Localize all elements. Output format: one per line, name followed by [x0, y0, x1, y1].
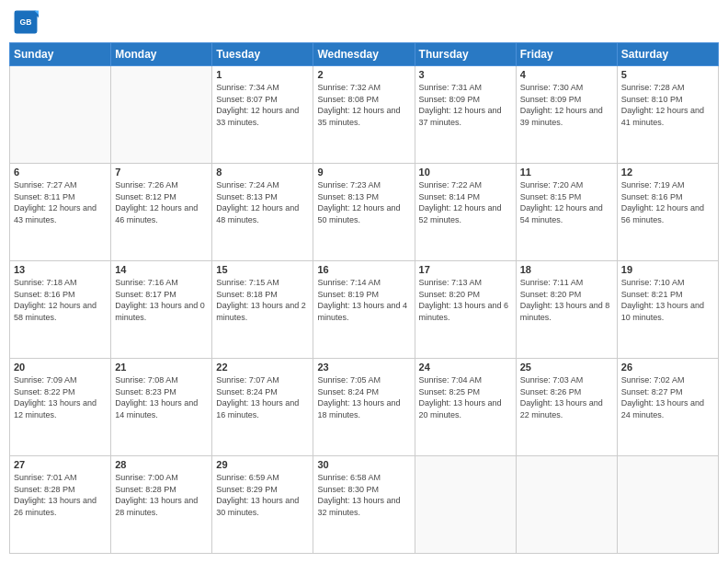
day-header-tuesday: Tuesday [212, 43, 313, 66]
day-info: Sunrise: 7:20 AMSunset: 8:15 PMDaylight:… [520, 179, 613, 225]
day-info: Sunrise: 7:18 AMSunset: 8:16 PMDaylight:… [14, 277, 107, 323]
calendar-day-15: 15Sunrise: 7:15 AMSunset: 8:18 PMDayligh… [212, 261, 313, 359]
day-number: 22 [216, 362, 309, 373]
day-info: Sunrise: 7:01 AMSunset: 8:28 PMDaylight:… [14, 472, 107, 518]
day-info: Sunrise: 7:02 AMSunset: 8:27 PMDaylight:… [621, 374, 714, 420]
header: GB [9, 9, 719, 35]
calendar-day-empty [111, 66, 212, 164]
day-info: Sunrise: 7:27 AMSunset: 8:11 PMDaylight:… [14, 179, 107, 225]
day-number: 24 [419, 362, 512, 373]
day-info: Sunrise: 7:30 AMSunset: 8:09 PMDaylight:… [520, 82, 613, 128]
day-number: 9 [317, 167, 410, 178]
calendar-week-row: 1Sunrise: 7:34 AMSunset: 8:07 PMDaylight… [10, 66, 719, 164]
day-number: 28 [115, 459, 208, 470]
calendar-day-empty [516, 456, 617, 554]
day-header-friday: Friday [516, 43, 617, 66]
day-info: Sunrise: 7:10 AMSunset: 8:21 PMDaylight:… [621, 277, 714, 323]
day-number: 26 [621, 362, 714, 373]
day-number: 19 [621, 264, 714, 275]
day-info: Sunrise: 7:19 AMSunset: 8:16 PMDaylight:… [621, 179, 714, 225]
calendar-week-row: 27Sunrise: 7:01 AMSunset: 8:28 PMDayligh… [10, 456, 719, 554]
day-number: 7 [115, 167, 208, 178]
calendar-day-1: 1Sunrise: 7:34 AMSunset: 8:07 PMDaylight… [212, 66, 313, 164]
day-number: 15 [216, 264, 309, 275]
day-number: 5 [621, 69, 714, 80]
day-info: Sunrise: 7:03 AMSunset: 8:26 PMDaylight:… [520, 374, 613, 420]
calendar-day-25: 25Sunrise: 7:03 AMSunset: 8:26 PMDayligh… [516, 359, 617, 456]
calendar-day-empty [617, 456, 718, 554]
calendar-week-row: 20Sunrise: 7:09 AMSunset: 8:22 PMDayligh… [10, 359, 719, 456]
day-number: 8 [216, 167, 309, 178]
calendar-table: SundayMondayTuesdayWednesdayThursdayFrid… [9, 42, 719, 554]
day-info: Sunrise: 7:31 AMSunset: 8:09 PMDaylight:… [419, 82, 512, 128]
day-header-monday: Monday [111, 43, 212, 66]
calendar-day-7: 7Sunrise: 7:26 AMSunset: 8:12 PMDaylight… [111, 164, 212, 261]
calendar-day-empty [415, 456, 516, 554]
day-info: Sunrise: 7:15 AMSunset: 8:18 PMDaylight:… [216, 277, 309, 323]
calendar-week-row: 6Sunrise: 7:27 AMSunset: 8:11 PMDaylight… [10, 164, 719, 261]
calendar-day-19: 19Sunrise: 7:10 AMSunset: 8:21 PMDayligh… [617, 261, 718, 359]
day-info: Sunrise: 7:09 AMSunset: 8:22 PMDaylight:… [14, 374, 107, 420]
calendar-day-23: 23Sunrise: 7:05 AMSunset: 8:24 PMDayligh… [313, 359, 415, 456]
day-number: 21 [115, 362, 208, 373]
day-number: 25 [520, 362, 613, 373]
day-info: Sunrise: 7:22 AMSunset: 8:14 PMDaylight:… [419, 179, 512, 225]
day-number: 30 [317, 459, 410, 470]
day-number: 6 [14, 167, 107, 178]
day-number: 18 [520, 264, 613, 275]
day-number: 2 [317, 69, 410, 80]
day-info: Sunrise: 7:13 AMSunset: 8:20 PMDaylight:… [419, 277, 512, 323]
day-info: Sunrise: 7:26 AMSunset: 8:12 PMDaylight:… [115, 179, 208, 225]
calendar-day-16: 16Sunrise: 7:14 AMSunset: 8:19 PMDayligh… [313, 261, 415, 359]
day-info: Sunrise: 7:07 AMSunset: 8:24 PMDaylight:… [216, 374, 309, 420]
day-number: 10 [419, 167, 512, 178]
day-number: 3 [419, 69, 512, 80]
calendar-day-9: 9Sunrise: 7:23 AMSunset: 8:13 PMDaylight… [313, 164, 415, 261]
calendar-day-10: 10Sunrise: 7:22 AMSunset: 8:14 PMDayligh… [415, 164, 516, 261]
day-number: 11 [520, 167, 613, 178]
day-number: 23 [317, 362, 410, 373]
calendar-day-18: 18Sunrise: 7:11 AMSunset: 8:20 PMDayligh… [516, 261, 617, 359]
calendar-day-24: 24Sunrise: 7:04 AMSunset: 8:25 PMDayligh… [415, 359, 516, 456]
day-info: Sunrise: 7:00 AMSunset: 8:28 PMDaylight:… [115, 472, 208, 518]
calendar-day-6: 6Sunrise: 7:27 AMSunset: 8:11 PMDaylight… [10, 164, 111, 261]
day-info: Sunrise: 7:23 AMSunset: 8:13 PMDaylight:… [317, 179, 410, 225]
day-number: 29 [216, 459, 309, 470]
calendar-day-14: 14Sunrise: 7:16 AMSunset: 8:17 PMDayligh… [111, 261, 212, 359]
day-header-thursday: Thursday [415, 43, 516, 66]
day-number: 4 [520, 69, 613, 80]
day-info: Sunrise: 7:08 AMSunset: 8:23 PMDaylight:… [115, 374, 208, 420]
day-info: Sunrise: 7:05 AMSunset: 8:24 PMDaylight:… [317, 374, 410, 420]
day-number: 17 [419, 264, 512, 275]
calendar-day-26: 26Sunrise: 7:02 AMSunset: 8:27 PMDayligh… [617, 359, 718, 456]
day-number: 13 [14, 264, 107, 275]
day-info: Sunrise: 7:04 AMSunset: 8:25 PMDaylight:… [419, 374, 512, 420]
calendar-day-30: 30Sunrise: 6:58 AMSunset: 8:30 PMDayligh… [313, 456, 415, 554]
calendar-day-2: 2Sunrise: 7:32 AMSunset: 8:08 PMDaylight… [313, 66, 415, 164]
day-info: Sunrise: 7:34 AMSunset: 8:07 PMDaylight:… [216, 82, 309, 128]
day-info: Sunrise: 6:58 AMSunset: 8:30 PMDaylight:… [317, 472, 410, 518]
day-info: Sunrise: 7:16 AMSunset: 8:17 PMDaylight:… [115, 277, 208, 323]
day-info: Sunrise: 6:59 AMSunset: 8:29 PMDaylight:… [216, 472, 309, 518]
day-header-saturday: Saturday [617, 43, 718, 66]
day-number: 1 [216, 69, 309, 80]
calendar-day-27: 27Sunrise: 7:01 AMSunset: 8:28 PMDayligh… [10, 456, 111, 554]
day-header-wednesday: Wednesday [313, 43, 415, 66]
svg-text:GB: GB [20, 17, 32, 27]
calendar-day-17: 17Sunrise: 7:13 AMSunset: 8:20 PMDayligh… [415, 261, 516, 359]
calendar-day-29: 29Sunrise: 6:59 AMSunset: 8:29 PMDayligh… [212, 456, 313, 554]
day-number: 12 [621, 167, 714, 178]
calendar-day-13: 13Sunrise: 7:18 AMSunset: 8:16 PMDayligh… [10, 261, 111, 359]
day-info: Sunrise: 7:11 AMSunset: 8:20 PMDaylight:… [520, 277, 613, 323]
calendar-day-21: 21Sunrise: 7:08 AMSunset: 8:23 PMDayligh… [111, 359, 212, 456]
calendar-day-empty [10, 66, 111, 164]
day-header-sunday: Sunday [10, 43, 111, 66]
calendar-day-3: 3Sunrise: 7:31 AMSunset: 8:09 PMDaylight… [415, 66, 516, 164]
calendar-day-20: 20Sunrise: 7:09 AMSunset: 8:22 PMDayligh… [10, 359, 111, 456]
day-info: Sunrise: 7:24 AMSunset: 8:13 PMDaylight:… [216, 179, 309, 225]
logo: GB [13, 9, 40, 35]
logo-icon: GB [13, 9, 39, 35]
day-number: 16 [317, 264, 410, 275]
day-info: Sunrise: 7:32 AMSunset: 8:08 PMDaylight:… [317, 82, 410, 128]
calendar-day-11: 11Sunrise: 7:20 AMSunset: 8:15 PMDayligh… [516, 164, 617, 261]
